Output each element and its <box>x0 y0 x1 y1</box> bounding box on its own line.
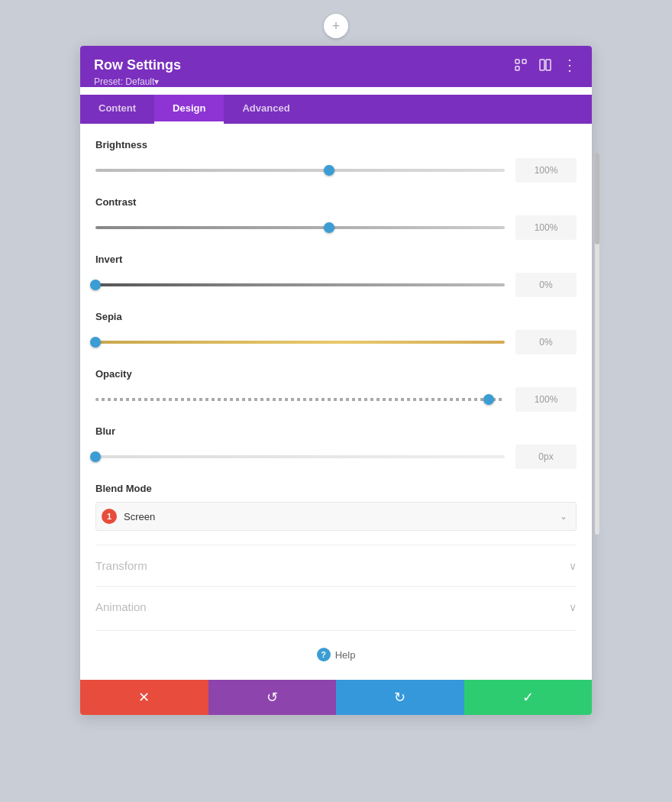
blend-mode-section: Blend Mode 1 Normal Multiply Screen Over… <box>95 483 577 531</box>
blur-value[interactable] <box>515 445 577 469</box>
contrast-label: Contrast <box>95 196 577 208</box>
invert-thumb[interactable] <box>90 280 101 290</box>
sepia-row <box>95 330 577 354</box>
add-button[interactable]: + <box>324 14 348 38</box>
blend-select-wrapper: 1 Normal Multiply Screen Overlay Darken … <box>95 502 577 531</box>
brightness-section: Brightness <box>95 139 577 183</box>
opacity-thumb[interactable] <box>483 394 494 405</box>
invert-section: Invert <box>95 254 577 297</box>
undo-button[interactable]: ↺ <box>208 680 337 715</box>
panel-header-top: Row Settings <box>94 57 578 73</box>
blend-mode-select[interactable]: Normal Multiply Screen Overlay Darken Li… <box>95 502 577 531</box>
contrast-value[interactable] <box>515 215 577 240</box>
save-icon: ✓ <box>522 689 534 706</box>
panel-header: Row Settings <box>80 46 592 87</box>
cancel-icon: ✕ <box>138 689 150 706</box>
opacity-value[interactable] <box>515 387 577 412</box>
blend-mode-label: Blend Mode <box>95 483 577 494</box>
header-icons: ⋮ <box>512 57 578 73</box>
brightness-label: Brightness <box>95 139 577 150</box>
tab-content[interactable]: Content <box>80 95 154 124</box>
sepia-slider-container[interactable] <box>95 335 505 349</box>
sepia-thumb[interactable] <box>90 337 101 348</box>
panel-wrapper: Row Settings <box>80 46 592 715</box>
contrast-section: Contrast <box>95 196 577 240</box>
blend-badge: 1 <box>102 509 117 524</box>
help-icon: ? <box>317 648 331 661</box>
help-section[interactable]: ? Help <box>95 630 577 680</box>
fullscreen-icon[interactable] <box>512 57 529 73</box>
animation-chevron-icon: ∨ <box>569 601 577 613</box>
blur-row <box>95 445 577 469</box>
svg-rect-3 <box>540 60 544 70</box>
opacity-track <box>95 398 505 401</box>
layout-icon[interactable] <box>537 57 554 73</box>
sepia-section: Sepia <box>95 311 577 354</box>
cancel-button[interactable]: ✕ <box>80 680 208 715</box>
brightness-thumb[interactable] <box>324 165 334 176</box>
panel-preset[interactable]: Preset: Default▾ <box>94 76 578 87</box>
scrollbar-thumb[interactable] <box>595 153 599 244</box>
undo-icon: ↺ <box>267 689 278 706</box>
blur-track <box>95 455 505 458</box>
brightness-row <box>95 158 577 183</box>
svg-rect-0 <box>515 60 519 63</box>
svg-rect-1 <box>522 60 526 63</box>
contrast-slider-container[interactable] <box>95 221 505 234</box>
svg-rect-2 <box>515 66 519 70</box>
plus-icon: + <box>332 18 341 34</box>
blur-slider-container[interactable] <box>95 450 505 464</box>
svg-rect-4 <box>546 60 551 70</box>
transform-section[interactable]: Transform ∨ <box>95 545 577 586</box>
panel-footer: ✕ ↺ ↻ ✓ <box>80 680 592 715</box>
opacity-label: Opacity <box>95 368 577 380</box>
tab-design[interactable]: Design <box>154 95 224 124</box>
transform-chevron-icon: ∨ <box>569 560 577 572</box>
invert-label: Invert <box>95 254 577 265</box>
redo-icon: ↻ <box>394 689 405 706</box>
contrast-row <box>95 215 577 240</box>
invert-slider-container[interactable] <box>95 278 505 292</box>
brightness-track <box>95 169 505 172</box>
help-label: Help <box>335 649 356 661</box>
blur-label: Blur <box>95 425 577 437</box>
tab-advanced[interactable]: Advanced <box>224 95 308 124</box>
panel-title: Row Settings <box>94 57 181 73</box>
opacity-row <box>95 387 577 412</box>
transform-label: Transform <box>95 559 147 572</box>
redo-button[interactable]: ↻ <box>336 680 464 715</box>
invert-value[interactable] <box>515 273 577 297</box>
tabs-bar: Content Design Advanced <box>80 95 592 124</box>
scrollbar[interactable] <box>595 153 599 535</box>
sepia-label: Sepia <box>95 311 577 322</box>
opacity-section: Opacity <box>95 368 577 412</box>
opacity-slider-container[interactable] <box>95 393 505 406</box>
invert-row <box>95 273 577 297</box>
settings-panel: Row Settings <box>80 46 592 715</box>
sepia-value[interactable] <box>515 330 577 354</box>
blur-thumb[interactable] <box>90 451 101 462</box>
more-options-icon[interactable]: ⋮ <box>561 57 578 73</box>
animation-section[interactable]: Animation ∨ <box>95 586 577 627</box>
animation-label: Animation <box>95 600 147 613</box>
sepia-track <box>95 341 505 344</box>
blur-section: Blur <box>95 425 577 469</box>
brightness-value[interactable] <box>515 158 577 183</box>
contrast-track <box>95 226 505 229</box>
brightness-slider-container[interactable] <box>95 163 505 177</box>
contrast-thumb[interactable] <box>324 222 334 233</box>
invert-track <box>95 283 505 286</box>
app-wrapper: + Row Settings <box>0 8 672 802</box>
panel-body: Brightness Contrast <box>80 124 592 680</box>
save-button[interactable]: ✓ <box>464 680 593 715</box>
